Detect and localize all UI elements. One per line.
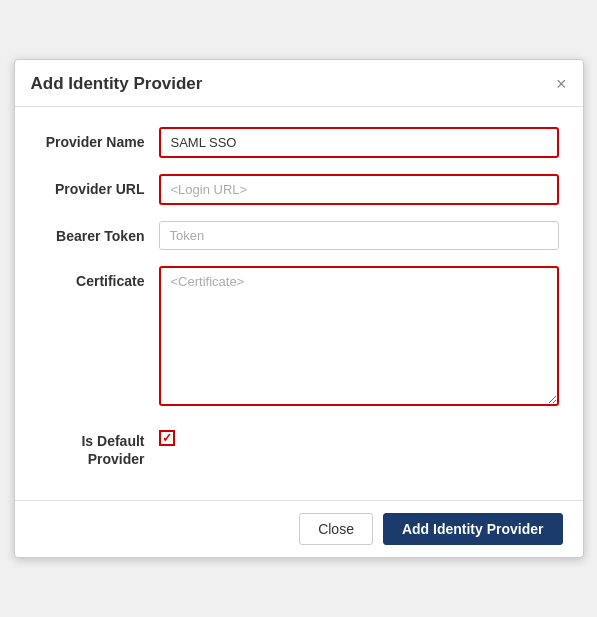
provider-url-label: Provider URL [39,174,159,198]
provider-url-wrapper [159,174,559,205]
certificate-wrapper [159,266,559,410]
bearer-token-label: Bearer Token [39,221,159,245]
is-default-row: Is Default Provider [39,426,559,468]
provider-name-wrapper [159,127,559,158]
provider-name-row: Provider Name [39,127,559,158]
is-default-checkbox[interactable] [159,430,175,446]
dialog-title: Add Identity Provider [31,74,203,94]
is-default-label: Is Default Provider [39,426,159,468]
provider-name-label: Provider Name [39,127,159,151]
add-identity-provider-dialog: Add Identity Provider × Provider Name Pr… [14,59,584,558]
certificate-label: Certificate [39,266,159,290]
provider-url-input[interactable] [159,174,559,205]
dialog-body: Provider Name Provider URL Bearer Token [15,107,583,500]
close-button[interactable]: Close [299,513,373,545]
provider-url-row: Provider URL [39,174,559,205]
certificate-textarea[interactable] [159,266,559,406]
bearer-token-input[interactable] [159,221,559,250]
bearer-token-row: Bearer Token [39,221,559,250]
is-default-wrapper [159,426,559,446]
dialog-footer: Close Add Identity Provider [15,500,583,557]
certificate-row: Certificate [39,266,559,410]
close-icon[interactable]: × [556,75,567,93]
provider-name-input[interactable] [159,127,559,158]
dialog-overlay: Add Identity Provider × Provider Name Pr… [0,0,597,617]
dialog-header: Add Identity Provider × [15,60,583,107]
add-identity-provider-button[interactable]: Add Identity Provider [383,513,563,545]
bearer-token-wrapper [159,221,559,250]
